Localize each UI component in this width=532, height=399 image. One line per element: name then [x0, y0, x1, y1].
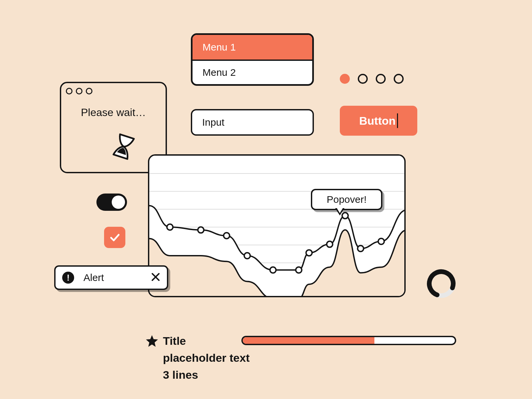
- progress-bar: [241, 336, 456, 345]
- popover: Popover!: [311, 189, 382, 210]
- svg-point-15: [327, 241, 333, 247]
- svg-point-14: [306, 250, 312, 256]
- toggle-knob: [112, 196, 125, 209]
- alert-banner: ! Alert: [54, 265, 168, 290]
- primary-button[interactable]: Button: [340, 106, 417, 136]
- menu-item-2[interactable]: Menu 2: [193, 60, 312, 84]
- check-icon: [109, 231, 121, 243]
- popover-tail-icon: [335, 208, 344, 215]
- popover-text: Popover!: [327, 194, 366, 205]
- star-icon: [146, 334, 158, 347]
- ui-kit-stage: Please wait… Menu 1 Menu 2 Input Button …: [0, 0, 532, 399]
- menu-item-1[interactable]: Menu 1: [193, 35, 312, 60]
- svg-point-9: [198, 227, 204, 233]
- alert-text: Alert: [83, 272, 104, 283]
- svg-point-13: [296, 267, 302, 273]
- title-text: Title placeholder text 3 lines: [163, 332, 250, 383]
- svg-point-11: [244, 253, 250, 259]
- wait-text: Please wait…: [61, 106, 166, 119]
- page-dot[interactable]: [394, 74, 404, 84]
- svg-point-10: [224, 233, 230, 239]
- chart-panel: [148, 154, 406, 297]
- area-chart: [149, 156, 406, 297]
- button-label: Button: [359, 114, 396, 127]
- menu: Menu 1 Menu 2: [191, 33, 314, 86]
- title-line: Title: [163, 332, 250, 349]
- svg-point-8: [167, 224, 173, 230]
- checkbox[interactable]: [104, 227, 125, 248]
- page-dot[interactable]: [376, 74, 386, 84]
- page-dot[interactable]: [358, 74, 368, 84]
- traffic-light-icon[interactable]: [66, 88, 72, 94]
- title-line: 3 lines: [163, 366, 250, 383]
- text-cursor-icon: [397, 113, 398, 128]
- traffic-light-icon[interactable]: [86, 88, 92, 94]
- svg-point-18: [378, 238, 384, 244]
- page-dot[interactable]: [340, 74, 350, 84]
- svg-point-17: [358, 246, 364, 252]
- pagination-dots: [340, 74, 404, 84]
- menu-item-label: Menu 1: [202, 42, 236, 53]
- input-placeholder: Input: [202, 117, 224, 128]
- menu-item-label: Menu 2: [202, 67, 236, 78]
- progress-fill: [243, 337, 374, 344]
- spinner-icon: [426, 269, 456, 299]
- toggle-switch[interactable]: [96, 194, 127, 211]
- window-traffic-lights: [66, 88, 92, 94]
- title-block: Title placeholder text 3 lines: [146, 332, 250, 383]
- close-icon[interactable]: [151, 272, 160, 283]
- svg-point-12: [270, 267, 276, 273]
- text-input[interactable]: Input: [191, 109, 314, 136]
- traffic-light-icon[interactable]: [76, 88, 82, 94]
- exclaim-icon: !: [62, 272, 74, 284]
- title-line: placeholder text: [163, 349, 250, 366]
- hourglass-icon: [111, 132, 136, 161]
